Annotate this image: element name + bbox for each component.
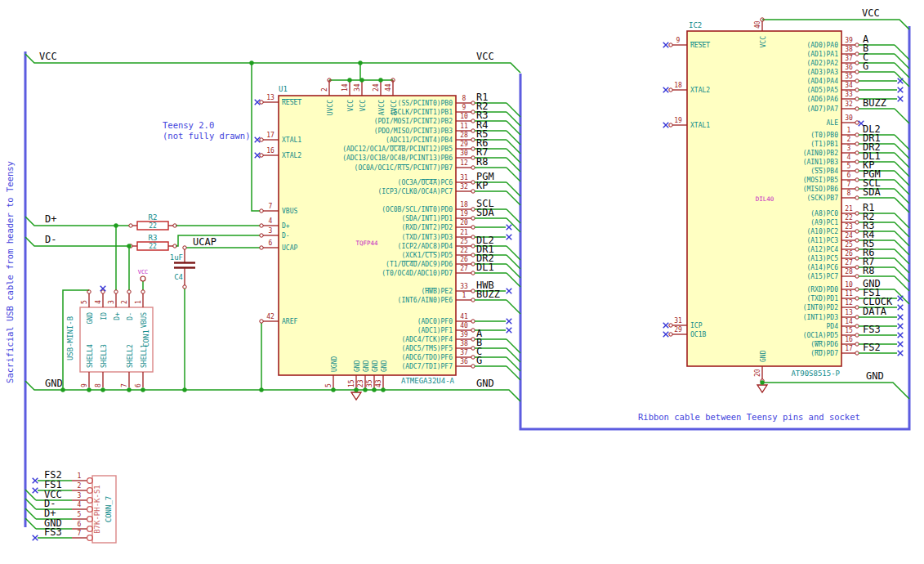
pin-number: 36 xyxy=(460,358,468,365)
vcc-power-circle-icon xyxy=(141,276,145,281)
pin-name: (ADC13/OC1B/OC4B/PCINT13)PB6 xyxy=(342,154,453,162)
bus-entry xyxy=(895,162,909,177)
net-label-dminus: D- xyxy=(45,234,56,245)
pin-name: (ICP2/ADC8)PD4 xyxy=(398,243,453,250)
pin-number: 6 xyxy=(847,172,851,179)
bus-entry xyxy=(895,180,909,195)
pin-number: 4 xyxy=(95,300,102,304)
pin-end xyxy=(260,224,263,227)
pin-end xyxy=(855,212,859,215)
pin-end xyxy=(471,298,475,302)
pin-end xyxy=(855,169,859,172)
pin-name: (ADC0)PF0 xyxy=(417,318,453,325)
pin-name: (A10)PC2 xyxy=(806,228,838,235)
pin-end xyxy=(855,178,859,181)
no-connect-icon xyxy=(898,296,904,302)
no-connect-icon xyxy=(663,87,669,93)
pin-number: 1 xyxy=(135,300,142,304)
pin-number: 25 xyxy=(460,238,468,245)
pin-name: VCC xyxy=(760,36,767,48)
pin-end xyxy=(855,351,859,355)
pin-number: 27 xyxy=(845,259,853,266)
pin-number: 5 xyxy=(78,511,82,518)
no-connect-icon xyxy=(507,319,512,325)
pin-name: (INT6/AIN0)PE6 xyxy=(398,297,453,304)
pin-number: 14 xyxy=(341,83,349,92)
no-connect-icon xyxy=(898,324,904,329)
capacitor-value: 1uF xyxy=(170,253,183,262)
pin-name: UCAP xyxy=(282,244,297,252)
junction-dot xyxy=(372,387,376,392)
resistor-ref: R2 xyxy=(149,213,158,222)
pin-name: (ADC11/PCINT4)PB4 xyxy=(386,137,453,144)
pin-end xyxy=(471,253,475,257)
pin-end xyxy=(669,88,672,92)
pin-number: 23 xyxy=(845,223,853,231)
pin-end xyxy=(129,224,132,227)
pin-end xyxy=(471,138,475,141)
bus-entry xyxy=(507,300,520,314)
pin-number: 34 xyxy=(845,82,853,89)
pin-name: ICP xyxy=(690,322,703,329)
pin-name: VBUS xyxy=(282,208,297,215)
pin-end xyxy=(855,230,859,233)
pin-number: 39 xyxy=(845,37,853,44)
pin-name: D- xyxy=(282,232,290,239)
pin-name: (AD7)PA7 xyxy=(806,105,838,113)
bus-entry xyxy=(895,198,909,213)
pin-end xyxy=(855,248,859,251)
pin-end xyxy=(471,271,475,275)
pin-name: (RD)PD7 xyxy=(810,350,838,357)
pin-name: ALE xyxy=(827,119,839,127)
pin-end xyxy=(183,285,186,289)
bus-entry xyxy=(25,499,36,509)
pin-number: 32 xyxy=(460,183,468,190)
no-connect-icon xyxy=(33,488,38,494)
pin-number: 7 xyxy=(121,383,128,387)
pin-number: 2 xyxy=(321,87,328,92)
pin-end xyxy=(260,138,263,141)
net-label: G xyxy=(476,355,482,366)
bus-entry xyxy=(895,109,909,123)
net-label: BUZZ xyxy=(863,97,886,109)
wire-dplus xyxy=(25,217,129,226)
pin-name: (ADC7/TDI)PF7 xyxy=(401,363,453,370)
pin-end xyxy=(141,290,145,293)
ground-symbol-icon xyxy=(351,392,361,400)
bus-entry xyxy=(895,249,909,264)
pin-end xyxy=(471,235,475,239)
junction-dot xyxy=(249,60,253,65)
pin-name: (RXD/INT2)PD2 xyxy=(401,224,453,231)
component-footprint: TQFP44 xyxy=(355,239,378,247)
wire-dminus-2 xyxy=(176,235,260,246)
pin-number: 14 xyxy=(845,318,853,325)
resistor-value: 22 xyxy=(149,222,157,230)
pin-end xyxy=(855,221,859,224)
pin-number: 22 xyxy=(845,214,853,222)
pin-number: 29 xyxy=(674,326,682,333)
no-connect-icon xyxy=(663,123,669,128)
pin-number: 6 xyxy=(269,239,273,247)
pin-name: (AD5)PA5 xyxy=(806,87,838,94)
pin-name: OC1B xyxy=(690,331,706,338)
pin-number: 33 xyxy=(845,91,853,98)
pin-number: 13 xyxy=(266,94,275,101)
pin-name: GND xyxy=(354,360,361,372)
pin-number: 35 xyxy=(366,379,373,387)
pin-end xyxy=(471,101,475,105)
pin-end xyxy=(260,320,263,323)
pin-number: 26 xyxy=(460,256,468,263)
no-connect-icon xyxy=(507,225,512,231)
pin-name: GND xyxy=(760,350,767,362)
net-label-gnd-mid: GND xyxy=(476,378,494,389)
pin-name: VCC xyxy=(359,100,367,112)
pin-number: 36 xyxy=(845,64,853,71)
pin-number: 17 xyxy=(845,345,853,352)
junction-dot xyxy=(358,60,362,65)
resistor-value: 22 xyxy=(149,243,157,250)
pin-number: 16 xyxy=(266,147,275,154)
pin-end xyxy=(471,356,475,359)
pin-end xyxy=(471,244,475,248)
net-label: FS2 xyxy=(863,342,881,353)
pin-number: 10 xyxy=(845,281,853,289)
